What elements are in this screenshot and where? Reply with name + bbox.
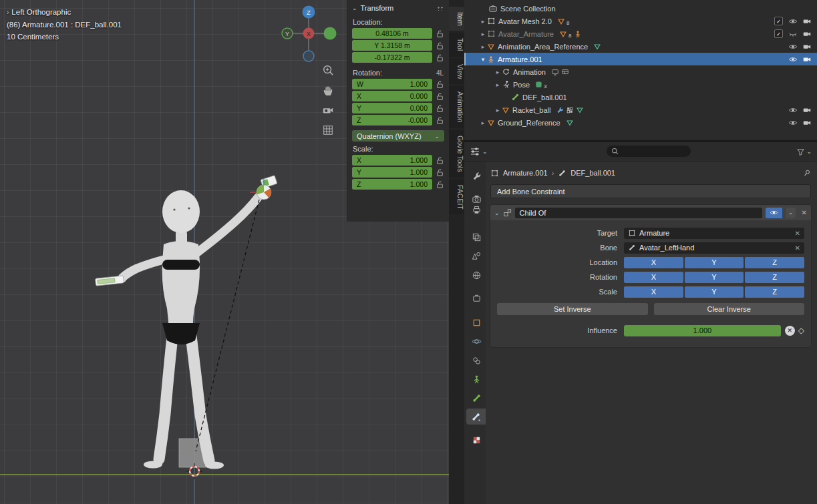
camera-render-toggle[interactable] [800,42,814,51]
outliner-row-animation-area-reference[interactable]: ▸ Animation_Area_Reference [464,40,817,53]
constraint-close-icon[interactable]: ✕ [802,209,807,216]
editor-type-button[interactable]: ⌄ [470,146,488,157]
hide-eye-toggle[interactable] [786,29,800,39]
rotation-z-field[interactable]: Z-0.000 [352,115,432,125]
tab-tool[interactable]: Tool [449,33,464,56]
location-z-toggle[interactable]: Z [745,257,804,268]
expander-icon[interactable]: ▸ [494,107,502,113]
location-x-toggle[interactable]: X [624,257,683,268]
camera-render-toggle[interactable] [800,55,814,64]
tab-collection-properties[interactable] [467,290,486,306]
camera-render-toggle[interactable] [800,118,814,128]
tab-scene-properties[interactable] [467,248,486,264]
scale-y-toggle[interactable]: Y [685,286,744,298]
expander-icon[interactable]: ▸ [479,43,487,50]
toggle-grid-button[interactable] [320,122,336,138]
tab-item[interactable]: Item [449,7,464,31]
tab-output-properties[interactable] [467,202,486,218]
outliner-row-armature-001[interactable]: ▾ Armature.001 [464,53,817,65]
rotation-x-toggle[interactable]: X [624,272,683,283]
tab-view[interactable]: View [449,59,464,85]
hand-reference-object[interactable] [95,276,124,286]
view-axis-gizmo[interactable]: Y Z X [274,3,343,66]
scale-z-toggle[interactable]: Z [745,286,804,298]
lock-icon[interactable] [436,41,444,50]
zoom-button[interactable] [320,62,336,78]
tab-texture-properties[interactable] [467,432,486,448]
lock-icon[interactable] [436,180,444,189]
keyframe-diamond-icon[interactable]: ◇ [798,326,804,335]
expander-icon[interactable]: ▸ [494,69,502,75]
hide-eye-toggle[interactable] [786,105,800,115]
lock-icon[interactable] [436,29,444,38]
outliner-row-avatar-mesh[interactable]: ▸ Avatar Mesh 2.0 8 ✓ [464,15,817,27]
expander-icon[interactable]: ▸ [479,31,487,37]
tab-view-layer-properties[interactable] [467,229,486,245]
constraint-enable-eye-toggle[interactable] [766,208,782,218]
breadcrumb-bone[interactable]: DEF_ball.001 [570,169,615,177]
rotation-x-field[interactable]: X0.000 [352,91,432,101]
add-bone-constraint-button[interactable]: Add Bone Constraint [490,184,811,198]
rotation-y-field[interactable]: Y0.000 [352,103,432,113]
tab-physics-properties[interactable] [467,333,486,349]
expander-icon[interactable]: ▸ [479,119,487,126]
tab-animation[interactable]: Animation [449,86,464,128]
location-z-field[interactable]: -0.17322 m [352,52,432,63]
3d-viewport[interactable]: ›Left Orthographic (86) Armature.001 : D… [0,0,449,504]
outliner-row-ground-reference[interactable]: ▸ Ground_Reference [464,116,817,129]
mannequin-figure[interactable] [118,190,264,469]
bone-field[interactable]: Avatar_LeftHand ✕ [624,242,804,254]
influence-slider[interactable]: 1.000 [624,325,781,336]
pin-toggle[interactable] [802,169,811,178]
rotation-y-toggle[interactable]: Y [685,272,744,283]
lock-icon[interactable] [436,104,444,113]
pan-hand-button[interactable] [320,82,336,98]
axis-z-negative[interactable] [303,51,314,61]
lock-icon[interactable] [436,53,444,62]
outliner-row-scene-collection[interactable]: Scene Collection [464,2,817,15]
clear-target-icon[interactable]: ✕ [795,230,800,237]
constraint-name-field[interactable]: Child Of [515,208,762,218]
lock-icon[interactable] [436,80,444,89]
set-inverse-button[interactable]: Set Inverse [497,303,648,315]
outliner-row-def-ball[interactable]: DEF_ball.001 [464,91,817,103]
outliner-row-animation[interactable]: ▸ Animation [464,65,817,78]
search-input[interactable] [607,146,691,157]
clear-inverse-button[interactable]: Clear Inverse [654,303,805,315]
tab-bone-constraint-properties[interactable] [466,409,486,425]
outliner-row-pose[interactable]: ▸ Pose 3 [464,78,817,91]
expander-icon[interactable]: ▾ [479,56,487,63]
selectable-checkbox[interactable]: ✓ [774,17,783,25]
rotation-mode-dropdown[interactable]: Quaternion (WXYZ) ⌄ [352,130,444,142]
camera-render-toggle[interactable] [800,29,814,39]
tab-object-data-properties[interactable] [467,371,486,387]
tab-tool-properties[interactable] [467,168,486,184]
decouple-animation-button[interactable]: ✕ [785,326,795,336]
lock-icon[interactable] [436,156,444,165]
clear-bone-icon[interactable]: ✕ [795,244,800,252]
location-y-toggle[interactable]: Y [685,257,744,268]
chevron-down-icon[interactable]: ⌄ [494,210,500,216]
constraint-panel-header[interactable]: ⌄ Child Of ⌄ ✕ [490,205,811,220]
hide-eye-toggle[interactable] [786,42,800,51]
location-x-field[interactable]: 0.48106 m [352,28,432,39]
scale-x-toggle[interactable]: X [624,286,683,298]
axis-y-positive[interactable] [324,27,337,40]
breadcrumb-object[interactable]: Armature.001 [503,169,548,177]
tab-govie-tools[interactable]: Govie Tools [449,130,464,178]
camera-render-toggle[interactable] [800,17,814,26]
tab-object-properties[interactable] [467,314,486,330]
tab-object-constraint-properties[interactable] [467,352,486,368]
expander-icon[interactable]: ▸ [494,81,502,88]
filter-button[interactable]: ⌄ [796,148,812,156]
camera-view-button[interactable] [320,102,336,118]
panel-options-dots-icon[interactable] [437,6,444,11]
hide-eye-toggle[interactable] [786,55,800,64]
outliner-row-avatar-armature[interactable]: ▸ Avatar_Armature 8 ✓ [464,27,817,40]
scale-x-field[interactable]: X1.000 [352,155,432,166]
tab-faceit[interactable]: FACEIT [449,180,464,215]
constraint-extras-dropdown[interactable]: ⌄ [786,208,796,218]
lock-icon[interactable] [436,168,444,177]
location-y-field[interactable]: Y 1.3158 m [352,40,432,51]
hide-eye-toggle[interactable] [786,118,800,128]
